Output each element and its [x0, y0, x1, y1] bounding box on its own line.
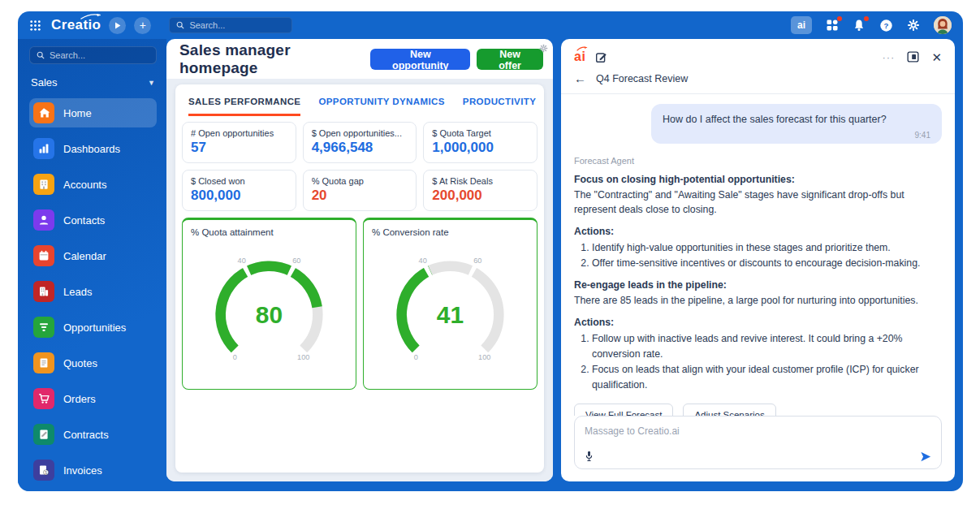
gauge-tick-label: 60: [292, 257, 300, 265]
metric-cards: # Open opportunities57$ Open opportuniti…: [182, 122, 537, 211]
app-window: Creatio + Search... ai: [18, 11, 963, 491]
header-buttons: New opportunity New offer: [370, 49, 543, 70]
play-button[interactable]: [109, 17, 126, 34]
tab-sales-performance[interactable]: SALES PERFORMANCE: [188, 97, 300, 116]
app-body: Search... Sales ▼ HomeDashboardsAccounts…: [18, 39, 963, 491]
close-icon[interactable]: ✕: [931, 51, 942, 63]
conversation-title: Q4 Forecast Review: [596, 73, 688, 84]
gauge-value: 80: [256, 301, 283, 328]
copilot-panel: ai ··· ✕ ← Q4 Forecast Review: [561, 39, 955, 481]
gauge-tick-label: 100: [297, 353, 309, 361]
message-input[interactable]: Massage to Creatio.ai: [574, 416, 942, 469]
send-button[interactable]: [920, 451, 931, 462]
copilot-header-actions: ··· ✕: [882, 51, 942, 63]
new-offer-button[interactable]: New offer: [477, 49, 543, 70]
new-opportunity-button[interactable]: New opportunity: [370, 49, 470, 70]
help-icon: ?: [879, 19, 893, 32]
sidebar-item-label: Contacts: [63, 214, 105, 227]
gear-icon: [907, 19, 920, 32]
sidebar-item-label: Accounts: [63, 179, 106, 191]
dashboard-area: SALES PERFORMANCEOPPORTUNITY DYNAMICSPRO…: [166, 79, 553, 481]
sidebar-item-label: Dashboards: [63, 143, 120, 155]
notification-badge: [864, 16, 869, 21]
more-options-icon[interactable]: ···: [882, 51, 895, 63]
logo-swoosh-icon: [80, 13, 101, 19]
metric-value: 1,000,000: [432, 140, 529, 156]
orders-icon: [33, 388, 54, 409]
page-title: Sales manager homepage: [179, 41, 370, 77]
workspace-selector[interactable]: Sales ▼: [31, 76, 155, 88]
svg-text:?: ?: [884, 21, 889, 30]
sidebar-item-label: Home: [63, 107, 92, 119]
sidebar-item-calendar[interactable]: Calendar: [29, 241, 157, 270]
gauge-tick-label: 0: [414, 353, 418, 361]
back-arrow-icon[interactable]: ←: [574, 72, 586, 84]
agent-paragraph: The "Contracting" and "Awaiting Sale" st…: [574, 188, 942, 218]
gauge-value: 41: [437, 301, 464, 328]
creatio-logo[interactable]: Creatio: [51, 17, 101, 33]
sidebar-search-input[interactable]: Search...: [29, 46, 157, 64]
workplaces-button[interactable]: [826, 19, 839, 32]
creatio-ai-logo-text: ai: [574, 50, 585, 63]
agent-list-item: Offer time-sensitive incentives or disco…: [592, 256, 942, 271]
workplaces-icon: [826, 19, 839, 32]
metric-card: $ Closed won800,000: [182, 170, 296, 211]
sidebar-item-invoices[interactable]: $Invoices: [29, 455, 157, 485]
send-icon: [920, 451, 931, 462]
sidebar-item-leads[interactable]: Leads: [29, 277, 157, 306]
help-button[interactable]: ?: [879, 19, 893, 32]
agent-heading: Actions:: [574, 226, 942, 237]
sidebar-item-accounts[interactable]: Accounts: [29, 170, 157, 199]
sidebar-item-contracts[interactable]: Contracts: [29, 420, 157, 449]
agent-list: Identify high-value opportunities in the…: [574, 240, 942, 271]
tab-opportunity-dynamics[interactable]: OPPORTUNITY DYNAMICS: [318, 97, 444, 114]
sidebar-item-label: Contracts: [63, 429, 109, 441]
sidebar-item-quotes[interactable]: Quotes: [29, 348, 157, 378]
agent-paragraph: There are 85 leads in the pipeline, a la…: [574, 294, 942, 309]
app-grid-icon[interactable]: [29, 19, 41, 32]
microphone-button[interactable]: [585, 451, 594, 462]
settings-button[interactable]: [907, 19, 920, 32]
add-button[interactable]: +: [134, 17, 151, 34]
agent-list: Follow up with inactive leads and revive…: [574, 331, 942, 393]
top-bar-actions: ai ?: [791, 16, 952, 34]
metric-value: 800,000: [191, 188, 287, 204]
view-full-forecast-button[interactable]: View Full Forecast: [574, 404, 673, 416]
new-chat-icon[interactable]: [595, 51, 607, 63]
notifications-button[interactable]: [853, 19, 866, 32]
metric-card: % Quota gap20: [303, 170, 417, 211]
dashboard-card: SALES PERFORMANCEOPPORTUNITY DYNAMICSPRO…: [175, 84, 544, 473]
dashboards-icon: [33, 138, 54, 159]
sidebar-item-label: Quotes: [63, 357, 97, 369]
gauge-tick-label: 40: [238, 257, 246, 265]
sidebar-item-home[interactable]: Home: [29, 98, 157, 127]
svg-text:$: $: [45, 470, 47, 475]
gauge-card: % Quota attainment0406010080: [182, 218, 356, 390]
adjust-scenarios-button[interactable]: Adjust Scenarios: [683, 404, 775, 416]
agent-name-label: Forecast Agent: [574, 156, 942, 166]
main-header: Sales manager homepage New opportunity N…: [166, 39, 553, 79]
metric-value: 4,966,548: [312, 140, 408, 156]
accounts-icon: [33, 174, 54, 195]
chevron-down-icon: ▼: [148, 79, 155, 87]
tab-productivity[interactable]: PRODUCTIVITY: [463, 97, 536, 114]
sidebar-item-dashboards[interactable]: Dashboards: [29, 134, 157, 163]
dock-panel-icon[interactable]: [907, 51, 919, 63]
copilot-button[interactable]: ai: [791, 16, 812, 34]
metric-card: $ Open opportunities...4,966,548: [303, 122, 417, 163]
calendar-icon: [33, 245, 54, 266]
metric-label: # Open opportunities: [191, 128, 287, 138]
contacts-icon: [33, 209, 54, 231]
global-search-input[interactable]: Search...: [169, 17, 292, 33]
main-panel: Sales manager homepage New opportunity N…: [166, 39, 553, 481]
agent-list-item: Identify high-value opportunities in the…: [592, 240, 942, 256]
user-avatar[interactable]: [934, 16, 952, 34]
user-message-bubble: How do I affect the sales forecast for t…: [651, 104, 942, 144]
metric-label: $ Quota Target: [432, 128, 529, 138]
sidebar-item-opportunities[interactable]: Opportunities: [29, 313, 157, 342]
agent-heading: Re-engage leads in the pipeline:: [574, 279, 942, 291]
page-settings-icon[interactable]: [539, 44, 548, 53]
metric-label: $ Closed won: [191, 176, 287, 186]
sidebar-item-orders[interactable]: Orders: [29, 384, 157, 413]
sidebar-item-contacts[interactable]: Contacts: [29, 205, 157, 235]
